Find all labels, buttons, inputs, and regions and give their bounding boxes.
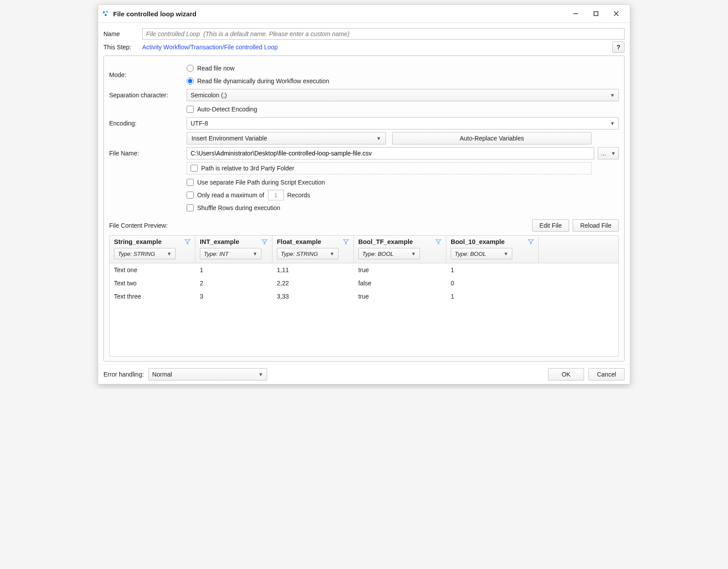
auto-replace-button[interactable]: Auto-Replace Variables [392, 132, 592, 144]
reload-file-button[interactable]: Reload File [573, 219, 619, 232]
column-type: Type: BOOL [455, 251, 486, 257]
cell: Text two [110, 278, 195, 288]
ok-button[interactable]: OK [548, 368, 584, 381]
max-records-prefix: Only read a maximum of [197, 192, 265, 199]
browse-label: ... [601, 150, 606, 157]
ok-label: OK [562, 371, 570, 378]
insert-env-var-button[interactable]: Insert Environment Variable ▼ [187, 132, 386, 144]
insert-env-var-label: Insert Environment Variable [191, 135, 267, 142]
table-row[interactable]: Text one 1 1,11 true 1 [110, 263, 618, 277]
max-records-checkbox[interactable] [187, 192, 194, 199]
chevron-down-icon: ▼ [504, 251, 508, 256]
max-records-suffix: Records [287, 192, 310, 199]
mode-read-now-radio[interactable] [187, 65, 194, 72]
shuffle-rows-checkbox[interactable] [187, 204, 194, 211]
svg-point-0 [103, 11, 105, 13]
help-button[interactable]: ? [612, 41, 625, 53]
filter-icon[interactable] [343, 239, 349, 245]
column-header[interactable]: Float_example Type: STRING ▼ [272, 236, 354, 263]
column-name: Bool_TF_example [358, 238, 413, 245]
column-type: Type: INT [204, 251, 228, 257]
table-row[interactable]: Text two 2 2,22 false 0 [110, 277, 618, 290]
path-relative-container: Path is relative to 3rd Party Folder [187, 162, 592, 174]
column-header[interactable]: Bool_10_example Type: BOOL ▼ [446, 236, 539, 263]
wizard-window: File controlled loop wizard Name This St… [98, 4, 630, 384]
max-records[interactable]: Only read a maximum of Records [187, 190, 619, 200]
encoding-select[interactable]: UTF-8 ▼ [187, 117, 619, 129]
column-name: Bool_10_example [451, 238, 505, 245]
file-name-label: File Name: [109, 150, 184, 157]
cell: 1 [195, 265, 272, 275]
column-type-select[interactable]: Type: INT ▼ [200, 248, 261, 259]
caret-down-icon: ▼ [376, 136, 381, 141]
this-step-link[interactable]: Activity Workflow/Transaction/File contr… [142, 44, 278, 51]
chevron-down-icon: ▼ [610, 121, 615, 126]
separation-select[interactable]: Semicolon (;) ▼ [187, 89, 619, 101]
auto-detect-encoding-label: Auto-Detect Encoding [197, 106, 257, 113]
column-type-select[interactable]: Type: BOOL ▼ [358, 248, 420, 259]
column-type-select[interactable]: Type: STRING ▼ [114, 248, 176, 259]
column-name: Float_example [277, 238, 321, 245]
cell: 2,22 [272, 278, 354, 288]
edit-file-label: Edit File [540, 222, 562, 229]
close-button[interactable] [606, 7, 626, 20]
cell: 3,33 [272, 291, 354, 302]
mode-read-dynamic-radio[interactable] [187, 78, 194, 85]
path-relative-label: Path is relative to 3rd Party Folder [201, 165, 294, 172]
max-records-input[interactable] [268, 190, 284, 200]
this-step-label: This Step: [103, 44, 139, 51]
shuffle-rows[interactable]: Shuffle Rows during execution [187, 203, 619, 213]
preview-label: File Content Preview: [109, 222, 529, 229]
shuffle-rows-label: Shuffle Rows during execution [197, 204, 280, 211]
error-handling-value: Normal [152, 371, 172, 378]
edit-file-button[interactable]: Edit File [532, 219, 570, 232]
error-handling-label: Error handling: [103, 371, 144, 378]
cancel-button[interactable]: Cancel [588, 368, 625, 381]
mode-label: Mode: [109, 71, 184, 78]
chevron-down-icon: ▼ [330, 251, 335, 256]
column-header[interactable]: String_example Type: STRING ▼ [110, 236, 195, 263]
chevron-down-icon: ▼ [258, 372, 263, 377]
column-name: INT_example [200, 238, 239, 245]
separate-file-path-label: Use separate File Path during Script Exe… [197, 179, 325, 186]
chevron-down-icon: ▼ [610, 92, 615, 98]
column-type-select[interactable]: Type: STRING ▼ [277, 248, 338, 259]
reload-file-label: Reload File [580, 222, 611, 229]
bottom-bar: Error handling: Normal ▼ OK Cancel [98, 364, 630, 384]
cell: 1,11 [272, 265, 354, 275]
table-row[interactable]: Text three 3 3,33 true 1 [110, 290, 618, 303]
column-header[interactable]: INT_example Type: INT ▼ [195, 236, 272, 263]
filter-icon[interactable] [528, 239, 534, 245]
cell: 1 [446, 265, 539, 275]
settings-panel: Mode: Read file now Read file dynamicall… [103, 55, 625, 362]
separate-file-path[interactable]: Use separate File Path during Script Exe… [187, 177, 619, 188]
minimize-button[interactable] [566, 7, 586, 20]
window-title: File controlled loop wizard [113, 10, 196, 18]
column-type-select[interactable]: Type: BOOL ▼ [451, 248, 512, 259]
error-handling-select[interactable]: Normal ▼ [148, 368, 267, 381]
table-header: String_example Type: STRING ▼ INT_exa [110, 236, 618, 263]
preview-table: String_example Type: STRING ▼ INT_exa [109, 235, 619, 357]
mode-read-dynamic-label: Read file dynamically during Workflow ex… [197, 78, 329, 85]
path-relative-checkbox[interactable] [191, 165, 198, 172]
column-type: Type: STRING [281, 251, 318, 257]
file-name-input[interactable] [187, 147, 594, 159]
auto-detect-encoding-checkbox[interactable] [187, 106, 194, 113]
filter-icon[interactable] [261, 239, 268, 245]
auto-detect-encoding[interactable]: Auto-Detect Encoding [187, 104, 619, 115]
name-input[interactable] [142, 28, 625, 40]
filter-icon[interactable] [435, 239, 441, 245]
cell: true [354, 291, 446, 302]
name-label: Name [103, 30, 139, 37]
column-header[interactable]: Bool_TF_example Type: BOOL ▼ [354, 236, 446, 263]
mode-read-now[interactable]: Read file now [187, 63, 619, 74]
maximize-button[interactable] [586, 7, 606, 20]
filter-icon[interactable] [184, 239, 191, 245]
mode-read-dynamic[interactable]: Read file dynamically during Workflow ex… [187, 76, 619, 86]
browse-button[interactable]: ... ▼ [598, 147, 619, 159]
auto-replace-label: Auto-Replace Variables [460, 135, 524, 142]
cell: 2 [195, 278, 272, 288]
encoding-label: Encoding: [109, 120, 184, 127]
separate-file-path-checkbox[interactable] [187, 179, 194, 186]
chevron-down-icon: ▼ [411, 251, 416, 256]
